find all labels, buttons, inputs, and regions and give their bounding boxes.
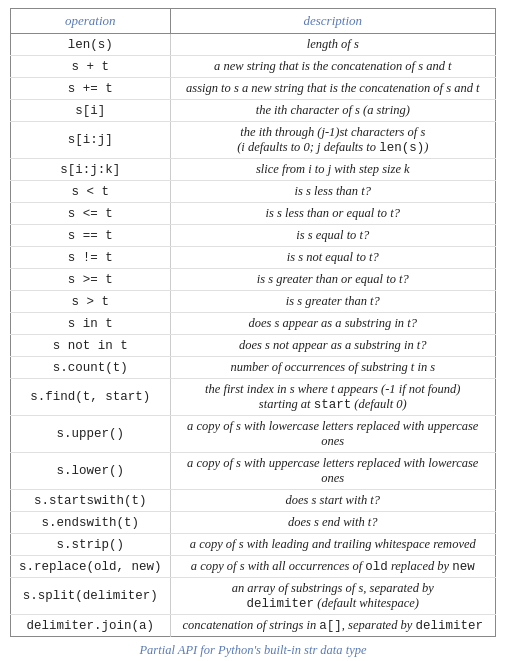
description-cell: a new string that is the concatenation o…: [170, 56, 495, 78]
operation-cell: s <= t: [11, 203, 171, 225]
operation-cell: len(s): [11, 34, 171, 56]
operation-cell: s >= t: [11, 269, 171, 291]
operation-cell: s != t: [11, 247, 171, 269]
operation-cell: s.split(delimiter): [11, 578, 171, 615]
table-row: s.split(delimiter)an array of substrings…: [11, 578, 496, 615]
table-caption: Partial API for Python's built-in str da…: [10, 643, 496, 658]
description-cell: assign to s a new string that is the con…: [170, 78, 495, 100]
description-cell: number of occurrences of substring t in …: [170, 357, 495, 379]
table-row: s.find(t, start)the first index in s whe…: [11, 379, 496, 416]
operation-cell: s.lower(): [11, 453, 171, 490]
description-cell: an array of substrings of s, separated b…: [170, 578, 495, 615]
table-row: s <= tis s less than or equal to t?: [11, 203, 496, 225]
table-row: s > tis s greater than t?: [11, 291, 496, 313]
operation-cell: s[i]: [11, 100, 171, 122]
operation-cell: s.find(t, start): [11, 379, 171, 416]
table-header-row: operation description: [11, 9, 496, 34]
table-row: s.replace(old, new)a copy of s with all …: [11, 556, 496, 578]
description-cell: does s appear as a substring in t?: [170, 313, 495, 335]
main-container: operation description len(s)length of ss…: [0, 0, 506, 661]
description-cell: is s greater than or equal to t?: [170, 269, 495, 291]
description-cell: slice from i to j with step size k: [170, 159, 495, 181]
operation-cell: s[i:j:k]: [11, 159, 171, 181]
operation-cell: s.strip(): [11, 534, 171, 556]
description-cell: the ith through (j-1)st characters of s(…: [170, 122, 495, 159]
table-row: s.strip()a copy of s with leading and tr…: [11, 534, 496, 556]
table-row: delimiter.join(a)concatenation of string…: [11, 615, 496, 637]
operation-cell: s.upper(): [11, 416, 171, 453]
operation-cell: s not in t: [11, 335, 171, 357]
operation-cell: s in t: [11, 313, 171, 335]
description-cell: a copy of s with leading and trailing wh…: [170, 534, 495, 556]
description-cell: is s greater than t?: [170, 291, 495, 313]
table-row: s + ta new string that is the concatenat…: [11, 56, 496, 78]
table-row: s.endswith(t)does s end with t?: [11, 512, 496, 534]
table-row: s.count(t)number of occurrences of subst…: [11, 357, 496, 379]
description-cell: does s start with t?: [170, 490, 495, 512]
table-row: s.lower()a copy of s with uppercase lett…: [11, 453, 496, 490]
table-row: s != tis s not equal to t?: [11, 247, 496, 269]
table-row: s.startswith(t)does s start with t?: [11, 490, 496, 512]
description-cell: a copy of s with uppercase letters repla…: [170, 453, 495, 490]
table-row: s < tis s less than t?: [11, 181, 496, 203]
operation-cell: s == t: [11, 225, 171, 247]
operation-cell: s.endswith(t): [11, 512, 171, 534]
description-header: description: [170, 9, 495, 34]
operation-cell: s < t: [11, 181, 171, 203]
table-row: len(s)length of s: [11, 34, 496, 56]
operation-cell: s.count(t): [11, 357, 171, 379]
description-cell: a copy of s with lowercase letters repla…: [170, 416, 495, 453]
table-row: s.upper()a copy of s with lowercase lett…: [11, 416, 496, 453]
description-cell: is s not equal to t?: [170, 247, 495, 269]
table-row: s >= tis s greater than or equal to t?: [11, 269, 496, 291]
description-cell: length of s: [170, 34, 495, 56]
description-cell: is s equal to t?: [170, 225, 495, 247]
api-table: operation description len(s)length of ss…: [10, 8, 496, 637]
description-cell: is s less than t?: [170, 181, 495, 203]
description-cell: the ith character of s (a string): [170, 100, 495, 122]
description-cell: a copy of s with all occurrences of old …: [170, 556, 495, 578]
operation-cell: s > t: [11, 291, 171, 313]
description-cell: the first index in s where t appears (-1…: [170, 379, 495, 416]
table-row: s == tis s equal to t?: [11, 225, 496, 247]
table-row: s not in tdoes s not appear as a substri…: [11, 335, 496, 357]
description-cell: is s less than or equal to t?: [170, 203, 495, 225]
table-row: s[i]the ith character of s (a string): [11, 100, 496, 122]
description-cell: does s end with t?: [170, 512, 495, 534]
description-cell: concatenation of strings in a[], separat…: [170, 615, 495, 637]
table-row: s += tassign to s a new string that is t…: [11, 78, 496, 100]
operation-header: operation: [11, 9, 171, 34]
operation-cell: s.replace(old, new): [11, 556, 171, 578]
operation-cell: delimiter.join(a): [11, 615, 171, 637]
description-cell: does s not appear as a substring in t?: [170, 335, 495, 357]
operation-cell: s += t: [11, 78, 171, 100]
table-row: s in tdoes s appear as a substring in t?: [11, 313, 496, 335]
operation-cell: s.startswith(t): [11, 490, 171, 512]
operation-cell: s[i:j]: [11, 122, 171, 159]
operation-cell: s + t: [11, 56, 171, 78]
table-row: s[i:j:k]slice from i to j with step size…: [11, 159, 496, 181]
table-row: s[i:j]the ith through (j-1)st characters…: [11, 122, 496, 159]
